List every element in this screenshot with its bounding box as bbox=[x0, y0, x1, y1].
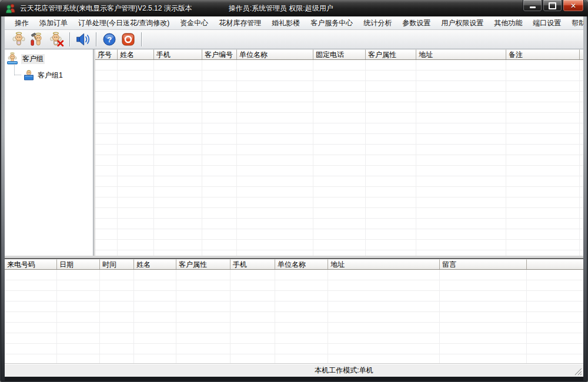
app-window: 云天花店管理系统(来电显示客户管理)V2.5.12 演示版本 操作员:系统管理员… bbox=[0, 0, 588, 382]
column-gridline bbox=[416, 60, 416, 256]
speaker-icon bbox=[75, 32, 91, 47]
angel-delete-icon bbox=[49, 32, 64, 47]
svg-text:?: ? bbox=[107, 35, 112, 44]
column-gridline bbox=[526, 270, 527, 364]
column-gridline bbox=[117, 60, 118, 256]
tree-item-customer-group-1[interactable]: 客户组1 bbox=[22, 69, 93, 82]
column-gridline bbox=[230, 270, 230, 364]
sound-button[interactable] bbox=[74, 31, 92, 48]
app-logo-people-icon bbox=[5, 2, 16, 14]
column-gridline bbox=[202, 60, 202, 256]
column-header-0[interactable]: 序号 bbox=[95, 49, 118, 59]
menu-item-3[interactable]: 资金中心 bbox=[175, 16, 213, 29]
customer-table-body[interactable] bbox=[95, 60, 583, 256]
power-icon bbox=[121, 32, 135, 46]
column-header-2[interactable]: 时间 bbox=[100, 259, 134, 269]
angel-hammer-icon bbox=[30, 32, 45, 47]
angel-in-box-icon bbox=[22, 69, 35, 82]
column-header-5[interactable]: 固定电话 bbox=[313, 49, 366, 59]
column-header-4[interactable]: 单位名称 bbox=[237, 49, 313, 59]
title-bar[interactable]: 云天花店管理系统(来电显示客户管理)V2.5.12 演示版本 操作员:系统管理员… bbox=[0, 0, 588, 16]
column-header-0[interactable]: 来电号码 bbox=[5, 259, 57, 269]
customer-table: 序号姓名手机客户编号单位名称固定电话客户属性地址备注 bbox=[95, 49, 583, 256]
help-icon: ? bbox=[102, 32, 116, 46]
delete-customer-button[interactable] bbox=[47, 31, 66, 48]
client-area: 操作添加订单订单处理(今日送花/查询修改)资金中心花材库存管理婚礼影楼客户服务中… bbox=[5, 16, 583, 377]
column-gridline bbox=[328, 270, 328, 364]
column-gridline bbox=[236, 60, 237, 256]
close-button[interactable]: ✕ bbox=[563, 0, 584, 12]
menu-item-1[interactable]: 添加订单 bbox=[34, 16, 73, 29]
angel-icon bbox=[11, 32, 26, 47]
menu-item-2[interactable]: 订单处理(今日送花/查询修改) bbox=[73, 16, 175, 29]
column-header-6[interactable]: 单位名称 bbox=[275, 259, 328, 269]
menu-item-12[interactable]: 帮助 bbox=[566, 16, 583, 29]
add-customer-button[interactable] bbox=[9, 31, 28, 48]
column-gridline bbox=[133, 270, 134, 364]
menu-item-0[interactable]: 操作 bbox=[9, 16, 34, 29]
window-frame: 云天花店管理系统(来电显示客户管理)V2.5.12 演示版本 操作员:系统管理员… bbox=[0, 0, 588, 382]
column-gridline bbox=[439, 270, 440, 364]
window-title: 云天花店管理系统(来电显示客户管理)V2.5.12 演示版本 bbox=[20, 4, 192, 14]
column-header-filler bbox=[580, 49, 583, 59]
column-gridline bbox=[176, 270, 176, 364]
help-button[interactable]: ? bbox=[100, 31, 119, 48]
column-gridline bbox=[275, 270, 275, 364]
operator-info: 操作员:系统管理员 权限:超级用户 bbox=[229, 4, 333, 14]
column-header-8[interactable]: 备注 bbox=[506, 49, 580, 59]
exit-button[interactable] bbox=[119, 31, 138, 48]
tree-item-label: 客户组 bbox=[21, 54, 45, 64]
menu-item-10[interactable]: 其他功能 bbox=[489, 16, 527, 29]
maximize-button[interactable] bbox=[543, 0, 562, 12]
column-header-5[interactable]: 手机 bbox=[230, 259, 275, 269]
column-header-8[interactable]: 留言 bbox=[440, 259, 527, 269]
toolbar: ? bbox=[5, 30, 583, 49]
minimize-button[interactable] bbox=[523, 0, 542, 12]
status-bar: 本机工作模式:单机 bbox=[5, 364, 583, 377]
tree-item-label: 客户组1 bbox=[38, 71, 63, 81]
toolbar-separator bbox=[96, 32, 96, 46]
column-header-1[interactable]: 姓名 bbox=[118, 49, 154, 59]
column-header-7[interactable]: 地址 bbox=[416, 49, 506, 59]
toolbar-separator bbox=[141, 32, 142, 46]
column-gridline bbox=[56, 270, 57, 364]
call-table-body[interactable] bbox=[5, 270, 583, 364]
edit-customer-button[interactable] bbox=[28, 31, 47, 48]
menu-item-4[interactable]: 花材库存管理 bbox=[213, 16, 266, 29]
menu-item-6[interactable]: 客户服务中心 bbox=[305, 16, 358, 29]
column-header-2[interactable]: 手机 bbox=[154, 49, 202, 59]
customer-table-header: 序号姓名手机客户编号单位名称固定电话客户属性地址备注 bbox=[95, 49, 583, 60]
column-header-4[interactable]: 客户属性 bbox=[176, 259, 230, 269]
column-header-7[interactable]: 地址 bbox=[328, 259, 440, 269]
column-gridline bbox=[153, 60, 154, 256]
window-controls: ✕ bbox=[523, 0, 584, 12]
menu-item-9[interactable]: 用户权限设置 bbox=[436, 16, 489, 29]
column-header-3[interactable]: 姓名 bbox=[134, 259, 176, 269]
window-border-right bbox=[583, 16, 587, 381]
work-mode-status: 本机工作模式:单机 bbox=[5, 366, 583, 376]
column-gridline bbox=[506, 60, 506, 256]
column-gridline bbox=[313, 60, 313, 256]
toolbar-separator bbox=[69, 32, 70, 46]
call-table-header: 来电号码日期时间姓名客户属性手机单位名称地址留言 bbox=[5, 259, 583, 270]
column-header-6[interactable]: 客户属性 bbox=[366, 49, 416, 59]
menu-item-8[interactable]: 参数设置 bbox=[397, 16, 436, 29]
column-gridline bbox=[365, 60, 366, 256]
menu-item-5[interactable]: 婚礼影楼 bbox=[266, 16, 305, 29]
call-log-table: 来电号码日期时间姓名客户属性手机单位名称地址留言 bbox=[5, 259, 583, 364]
column-gridline bbox=[99, 270, 100, 364]
column-header-1[interactable]: 日期 bbox=[57, 259, 100, 269]
minimize-icon bbox=[530, 6, 536, 8]
customer-group-tree: 客户组 客户组1 bbox=[5, 49, 93, 256]
resize-grip-icon[interactable] bbox=[574, 368, 582, 376]
menu-item-11[interactable]: 端口设置 bbox=[527, 16, 566, 29]
column-header-3[interactable]: 客户编号 bbox=[202, 49, 237, 59]
menu-bar: 操作添加订单订单处理(今日送花/查询修改)资金中心花材库存管理婚礼影楼客户服务中… bbox=[5, 16, 583, 30]
column-gridline bbox=[579, 60, 580, 256]
maximize-icon bbox=[549, 2, 556, 9]
menu-item-7[interactable]: 统计分析 bbox=[358, 16, 397, 29]
column-header-filler bbox=[527, 259, 583, 269]
content-area: 客户组 客户组1 bbox=[5, 49, 583, 256]
close-icon: ✕ bbox=[570, 2, 576, 9]
